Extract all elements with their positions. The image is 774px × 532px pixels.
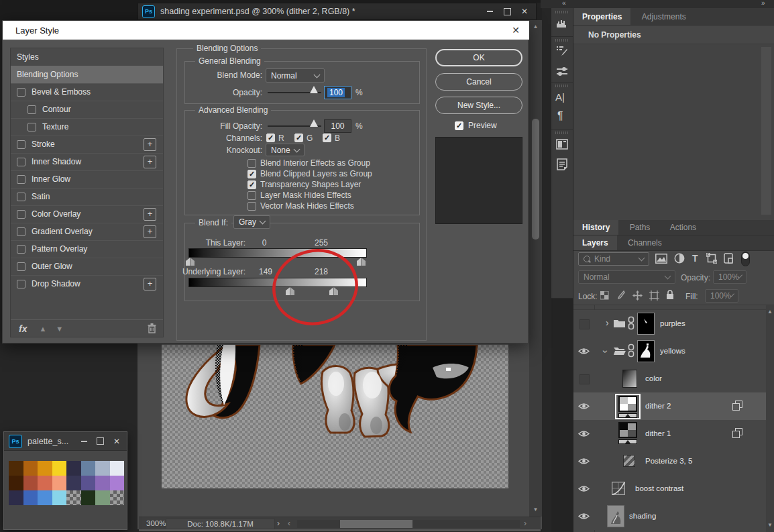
tab-properties[interactable]: Properties bbox=[573, 8, 630, 25]
tab-history[interactable]: History bbox=[573, 220, 618, 235]
collapse-panels-icon[interactable]: « bbox=[562, 0, 566, 7]
knockout-select[interactable]: None bbox=[266, 144, 305, 156]
hscroll-left-arrow[interactable]: ‹ bbox=[288, 519, 290, 528]
vscroll-up-arrow[interactable]: ▲ bbox=[529, 24, 542, 30]
visibility-eye-icon[interactable] bbox=[578, 348, 590, 355]
channel-r-checkbox[interactable]: ✓ bbox=[266, 134, 275, 142]
color-swatch[interactable] bbox=[38, 490, 52, 505]
layer-row[interactable]: › yellows bbox=[573, 337, 766, 366]
layers-scroll-down-icon[interactable]: ▼ bbox=[766, 523, 774, 528]
move-effect-up-icon[interactable]: ▲ bbox=[39, 325, 46, 333]
styles-list-item[interactable]: Inner Glow bbox=[11, 170, 163, 189]
layer-name[interactable]: boost contrast bbox=[635, 484, 683, 492]
layer-opacity-select[interactable]: 100% bbox=[713, 270, 747, 284]
color-swatch[interactable] bbox=[52, 490, 67, 505]
cancel-button[interactable]: Cancel bbox=[435, 73, 522, 91]
new-style-button[interactable]: New Style... bbox=[435, 97, 522, 114]
layer-row[interactable]: shading bbox=[573, 502, 766, 530]
expand-panels-icon[interactable]: » bbox=[761, 0, 765, 7]
color-swatch[interactable] bbox=[95, 490, 110, 505]
tab-paths[interactable]: Paths bbox=[621, 220, 659, 235]
channel-g-checkbox[interactable]: ✓ bbox=[294, 134, 303, 142]
opacity-slider-thumb[interactable] bbox=[310, 86, 318, 93]
style-checkbox[interactable] bbox=[17, 262, 25, 271]
blend-clipped-checkbox[interactable]: ✓ bbox=[247, 170, 256, 178]
transparency-shapes-checkbox[interactable]: ✓ bbox=[247, 180, 256, 189]
styles-list-item[interactable]: Pattern Overlay bbox=[11, 240, 163, 258]
add-effect-icon[interactable]: + bbox=[144, 156, 156, 168]
add-effect-icon[interactable]: + bbox=[144, 208, 156, 221]
fill-opacity-slider-thumb[interactable] bbox=[310, 119, 318, 127]
filter-smart-objects-icon[interactable] bbox=[724, 253, 733, 264]
filter-shape-layers-icon[interactable] bbox=[706, 253, 717, 264]
layer-mask-hides-checkbox[interactable] bbox=[247, 191, 256, 200]
zoom-level[interactable]: 300% bbox=[146, 519, 166, 527]
dialog-close-icon[interactable]: ✕ bbox=[512, 25, 520, 36]
maximize-button[interactable] bbox=[498, 5, 516, 17]
paragraph-panel-icon[interactable]: ¶ bbox=[557, 110, 563, 122]
color-swatch[interactable] bbox=[110, 461, 125, 476]
add-effect-icon[interactable]: + bbox=[144, 278, 156, 290]
styles-list-item[interactable]: Color Overlay+ bbox=[11, 205, 163, 223]
styles-list-item[interactable]: Texture bbox=[11, 118, 163, 136]
layer-thumbnail[interactable] bbox=[618, 422, 637, 438]
opacity-field[interactable]: 100 bbox=[324, 86, 351, 99]
layer-thumbnail[interactable] bbox=[607, 505, 624, 527]
visibility-toggle-off[interactable] bbox=[579, 319, 590, 329]
color-swatch[interactable] bbox=[23, 476, 38, 490]
horizontal-scrollbar-thumb[interactable] bbox=[340, 520, 412, 528]
lock-position-icon[interactable] bbox=[632, 290, 643, 301]
layer-row[interactable]: color bbox=[573, 365, 766, 393]
move-effect-down-icon[interactable]: ▼ bbox=[56, 325, 63, 333]
layer-name[interactable]: dither 2 bbox=[645, 402, 671, 410]
visibility-eye-icon[interactable] bbox=[578, 430, 590, 437]
layers-scroll-up-icon[interactable]: ▲ bbox=[766, 309, 774, 315]
layers-scrollbar[interactable]: ▲ ▼ bbox=[766, 305, 774, 532]
styles-list-item[interactable]: Gradient Overlay+ bbox=[11, 223, 163, 241]
style-checkbox[interactable] bbox=[27, 105, 36, 114]
horizontal-scrollbar[interactable] bbox=[297, 520, 520, 528]
layer-row[interactable]: › purples bbox=[573, 310, 766, 338]
layer-thumbnail[interactable] bbox=[637, 313, 655, 335]
color-swatch[interactable] bbox=[66, 461, 81, 476]
style-checkbox[interactable] bbox=[27, 123, 36, 131]
minimize-button[interactable] bbox=[481, 5, 498, 17]
color-swatch[interactable] bbox=[110, 476, 125, 490]
layer-blend-mode-select[interactable]: Normal bbox=[578, 270, 675, 284]
brush-settings-icon[interactable] bbox=[556, 45, 568, 57]
canvas[interactable] bbox=[162, 344, 508, 488]
clone-source-icon[interactable] bbox=[556, 138, 568, 150]
palette-titlebar[interactable]: Ps palette_s... ✕ bbox=[4, 432, 127, 451]
layer-row[interactable]: Posterize 3, 5 bbox=[573, 447, 766, 476]
vector-mask-hides-checkbox[interactable] bbox=[247, 202, 256, 211]
layer-name[interactable]: shading bbox=[629, 512, 656, 520]
filter-toggle[interactable] bbox=[741, 252, 750, 266]
add-effect-icon[interactable]: + bbox=[144, 225, 156, 238]
styles-list-item[interactable]: Styles bbox=[11, 48, 163, 66]
styles-list-item[interactable]: Contour bbox=[11, 101, 163, 119]
status-chevron-icon[interactable]: › bbox=[277, 519, 280, 528]
fx-menu-button[interactable]: fx bbox=[19, 323, 27, 334]
lock-all-icon[interactable] bbox=[666, 290, 674, 300]
style-checkbox[interactable] bbox=[17, 88, 25, 97]
color-swatch[interactable] bbox=[110, 490, 125, 505]
blend-interior-checkbox[interactable] bbox=[247, 159, 256, 168]
dialog-titlebar[interactable]: Layer Style ✕ bbox=[3, 21, 529, 40]
maximize-button[interactable] bbox=[92, 435, 108, 447]
layer-name[interactable]: yellows bbox=[660, 347, 685, 355]
tab-adjustments[interactable]: Adjustments bbox=[633, 8, 695, 25]
channel-b-checkbox[interactable]: ✓ bbox=[323, 134, 331, 142]
style-checkbox[interactable] bbox=[17, 245, 25, 254]
lock-transparency-icon[interactable] bbox=[600, 291, 609, 300]
close-button[interactable]: ✕ bbox=[108, 435, 125, 447]
color-swatch[interactable] bbox=[95, 476, 110, 490]
layer-thumbnail[interactable] bbox=[618, 396, 637, 412]
color-swatch[interactable] bbox=[38, 476, 52, 490]
doc-size-indicator[interactable]: Doc: 108.8K/1.17M bbox=[166, 519, 275, 529]
visibility-eye-icon[interactable] bbox=[578, 485, 590, 492]
vertical-scrollbar-thumb[interactable] bbox=[532, 119, 539, 240]
color-swatch[interactable] bbox=[81, 461, 96, 476]
layer-row-selected[interactable]: dither 2 bbox=[573, 392, 766, 421]
histogram-icon[interactable] bbox=[556, 17, 568, 30]
visibility-toggle-off[interactable] bbox=[579, 374, 590, 384]
